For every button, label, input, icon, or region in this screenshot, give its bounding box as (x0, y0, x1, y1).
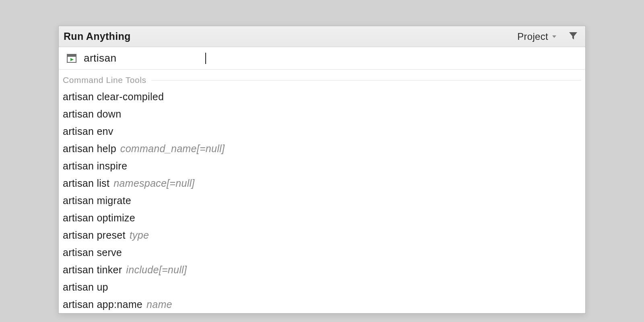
suggestion-command: artisan tinker (63, 264, 122, 276)
suggestion-item[interactable]: artisan presettype (59, 227, 585, 244)
context-selector-label: Project (517, 31, 548, 42)
suggestion-command: artisan help (63, 143, 116, 155)
suggestion-item[interactable]: artisan tinkerinclude[=null] (59, 261, 585, 279)
suggestion-item[interactable]: artisan env (59, 123, 585, 140)
filter-button[interactable] (567, 29, 580, 44)
suggestion-item[interactable]: artisan helpcommand_name[=null] (59, 140, 585, 157)
suggestion-hint: include[=null] (126, 264, 187, 276)
text-cursor (205, 53, 206, 64)
suggestion-item[interactable]: artisan down (59, 105, 585, 123)
section-label: Command Line Tools (63, 75, 147, 85)
suggestion-command: artisan env (63, 126, 114, 137)
suggestion-command: artisan up (63, 281, 108, 293)
suggestion-item[interactable]: artisan up (59, 279, 585, 296)
suggestion-command: artisan clear-compiled (63, 91, 164, 103)
suggestion-item[interactable]: artisan clear-compiled (59, 88, 585, 105)
suggestion-hint: type (130, 229, 149, 241)
suggestion-item[interactable]: artisan serve (59, 244, 585, 261)
search-input[interactable] (84, 52, 577, 64)
suggestion-hint: namespace[=null] (114, 178, 194, 189)
suggestion-item[interactable]: artisan app:namename (59, 296, 585, 313)
section-divider (151, 80, 581, 80)
suggestion-command: artisan down (63, 108, 121, 120)
suggestion-command: artisan inspire (63, 160, 127, 172)
suggestion-hint: command_name[=null] (120, 143, 225, 155)
suggestion-command: artisan optimize (63, 212, 135, 224)
run-config-icon (67, 54, 76, 63)
suggestion-item[interactable]: artisan listnamespace[=null] (59, 175, 585, 192)
suggestion-command: artisan migrate (63, 195, 131, 206)
section-header: Command Line Tools (59, 74, 585, 86)
suggestion-hint: name (147, 299, 172, 310)
suggestion-command: artisan serve (63, 247, 122, 258)
chevron-down-icon (551, 34, 557, 39)
suggestion-list: artisan clear-compiledartisan downartisa… (59, 86, 585, 313)
suggestion-command: artisan list (63, 178, 109, 189)
search-bar (59, 47, 585, 70)
titlebar: Run Anything Project (59, 26, 585, 47)
suggestion-item[interactable]: artisan migrate (59, 192, 585, 209)
run-anything-popup: Run Anything Project Co (58, 26, 586, 314)
suggestions-section: Command Line Tools artisan clear-compile… (59, 70, 585, 313)
svg-rect-1 (67, 54, 76, 57)
suggestion-command: artisan app:name (63, 299, 142, 310)
suggestion-command: artisan preset (63, 229, 126, 241)
suggestion-item[interactable]: artisan optimize (59, 209, 585, 227)
funnel-icon (568, 31, 578, 42)
suggestion-item[interactable]: artisan inspire (59, 157, 585, 175)
popup-title: Run Anything (64, 31, 131, 42)
context-selector[interactable]: Project (515, 29, 559, 44)
